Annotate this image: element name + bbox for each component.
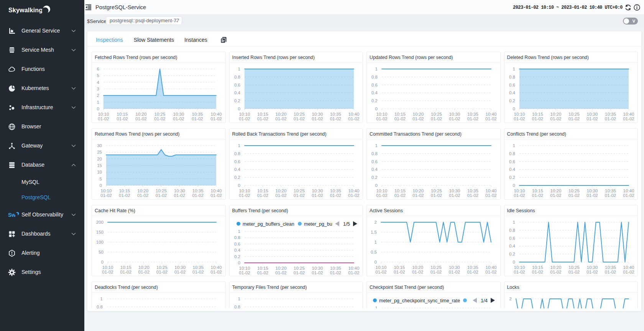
svg-text:10:35: 10:35: [192, 112, 203, 116]
svg-text:0.8: 0.8: [371, 151, 378, 156]
svg-text:1: 1: [97, 100, 99, 105]
svg-text:10:15: 10:15: [120, 265, 131, 270]
svg-text:10:25: 10:25: [568, 265, 580, 270]
svg-text:01-02: 01-02: [154, 116, 165, 121]
svg-text:01-02: 01-02: [550, 193, 561, 198]
svg-text:10:40: 10:40: [623, 188, 634, 193]
svg-text:0.4: 0.4: [509, 90, 516, 95]
svg-text:10:30: 10:30: [449, 188, 460, 193]
svg-text:0.6: 0.6: [371, 83, 378, 87]
svg-text:30: 30: [97, 143, 102, 148]
svg-text:01-02: 01-02: [449, 270, 460, 274]
svg-text:01-02: 01-02: [412, 270, 423, 274]
svg-text:10:20: 10:20: [275, 266, 286, 270]
svg-text:10:10: 10:10: [514, 265, 525, 270]
svg-text:10:10: 10:10: [376, 265, 387, 270]
svg-text:0.2: 0.2: [234, 175, 240, 180]
svg-text:10:20: 10:20: [550, 188, 561, 193]
svg-text:10:40: 10:40: [348, 266, 359, 270]
svg-text:0: 0: [513, 183, 515, 188]
svg-text:0.4: 0.4: [371, 167, 378, 172]
svg-text:01-02: 01-02: [586, 193, 598, 198]
svg-text:10:35: 10:35: [605, 188, 616, 193]
svg-text:0.6: 0.6: [509, 159, 515, 164]
svg-text:1: 1: [238, 67, 240, 71]
svg-text:01-02: 01-02: [192, 193, 203, 198]
svg-text:0.4: 0.4: [234, 248, 241, 252]
svg-text:0.2: 0.2: [234, 98, 240, 103]
svg-text:10:35: 10:35: [467, 265, 478, 270]
svg-text:10:30: 10:30: [449, 265, 460, 270]
svg-text:meter_pg_buffers_clean: meter_pg_buffers_clean: [243, 221, 294, 227]
svg-text:10:35: 10:35: [605, 265, 616, 270]
svg-text:2: 2: [509, 297, 511, 301]
svg-text:01-02: 01-02: [210, 193, 222, 198]
svg-text:10:30: 10:30: [312, 188, 323, 193]
svg-text:10:30: 10:30: [312, 266, 323, 270]
svg-text:15: 15: [97, 163, 102, 168]
svg-text:10:15: 10:15: [117, 112, 128, 116]
svg-text:0.6: 0.6: [234, 242, 240, 246]
svg-text:meter_pg_checkpoint_sync_time_: meter_pg_checkpoint_sync_time_rate: [379, 298, 460, 303]
svg-text:01-02: 01-02: [467, 270, 478, 274]
svg-text:01-02: 01-02: [514, 193, 525, 198]
svg-text:01-02: 01-02: [550, 270, 561, 274]
svg-text:0.5: 0.5: [371, 250, 377, 254]
svg-text:01-02: 01-02: [605, 270, 616, 274]
svg-text:150: 150: [96, 230, 104, 234]
svg-text:01-02: 01-02: [293, 193, 304, 198]
svg-text:01-02: 01-02: [394, 116, 406, 121]
svg-text:10:40: 10:40: [486, 188, 497, 193]
svg-text:01-02: 01-02: [275, 270, 286, 275]
svg-text:10:40: 10:40: [211, 265, 222, 270]
svg-text:10:15: 10:15: [257, 112, 268, 116]
svg-text:10:40: 10:40: [623, 265, 634, 270]
svg-text:10:10: 10:10: [101, 188, 112, 193]
svg-text:01-02: 01-02: [275, 193, 286, 198]
svg-text:10:25: 10:25: [431, 112, 442, 116]
svg-text:10:30: 10:30: [586, 188, 598, 193]
svg-text:10:10: 10:10: [514, 188, 525, 193]
svg-text:10:35: 10:35: [467, 112, 478, 116]
svg-text:10:20: 10:20: [138, 265, 150, 270]
svg-text:10:10: 10:10: [376, 188, 388, 193]
svg-text:01-02: 01-02: [586, 270, 598, 274]
svg-text:6: 6: [97, 67, 99, 71]
svg-text:10:35: 10:35: [330, 112, 341, 116]
svg-text:10:30: 10:30: [174, 265, 186, 270]
svg-text:01-02: 01-02: [100, 193, 112, 198]
svg-text:0.6: 0.6: [234, 83, 240, 87]
svg-text:0: 0: [513, 260, 515, 264]
svg-text:01-02: 01-02: [485, 116, 496, 121]
svg-text:10:35: 10:35: [330, 266, 341, 270]
svg-text:01-02: 01-02: [514, 270, 525, 274]
svg-text:0.6: 0.6: [509, 236, 515, 241]
svg-text:10:20: 10:20: [413, 112, 424, 116]
svg-text:10:10: 10:10: [98, 112, 109, 116]
svg-text:100: 100: [96, 240, 104, 244]
svg-text:0: 0: [513, 107, 515, 111]
svg-text:0.8: 0.8: [234, 305, 240, 308]
svg-text:01-02: 01-02: [119, 193, 130, 198]
svg-text:10:10: 10:10: [102, 265, 113, 270]
svg-text:0.8: 0.8: [371, 75, 378, 79]
svg-text:01-02: 01-02: [192, 270, 204, 274]
svg-text:10:25: 10:25: [430, 265, 442, 270]
svg-text:1: 1: [238, 297, 240, 301]
svg-text:0: 0: [375, 107, 378, 111]
svg-text:0.2: 0.2: [371, 175, 378, 180]
svg-text:01-02: 01-02: [120, 270, 131, 274]
svg-text:10:20: 10:20: [413, 188, 424, 193]
svg-text:10:10: 10:10: [514, 112, 525, 116]
svg-text:Sw: Sw: [8, 212, 16, 218]
svg-text:01-02: 01-02: [376, 193, 387, 198]
svg-text:0.4: 0.4: [234, 90, 241, 95]
svg-text:50: 50: [99, 250, 104, 254]
svg-text:01-02: 01-02: [312, 270, 323, 275]
svg-text:01-02: 01-02: [330, 116, 341, 121]
svg-text:01-02: 01-02: [605, 116, 616, 121]
svg-text:01-02: 01-02: [173, 116, 184, 121]
svg-text:0.4: 0.4: [509, 167, 516, 172]
svg-text:01-02: 01-02: [98, 116, 109, 121]
svg-text:01-02: 01-02: [192, 116, 203, 121]
